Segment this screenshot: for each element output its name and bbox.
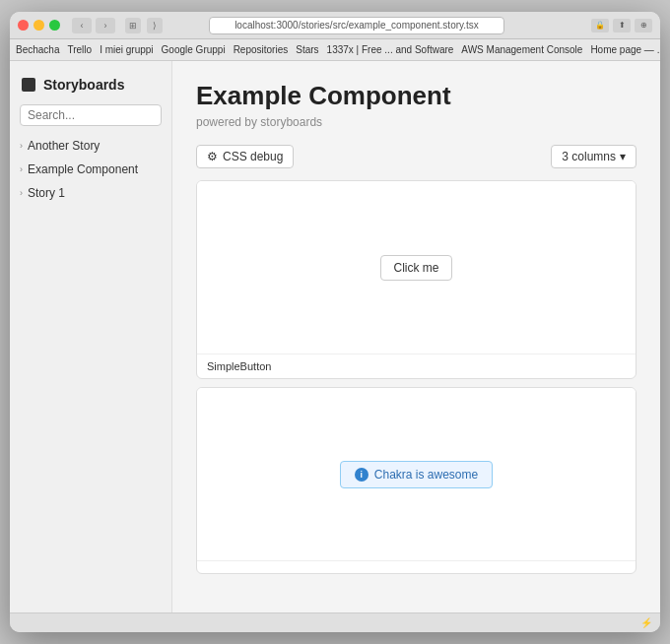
main-content: Example Component powered by storyboards… (172, 61, 660, 612)
bookmarks-bar: Bechacha Trello I miei gruppi Google Gru… (10, 39, 660, 61)
sidebar-item-example-component[interactable]: › Example Component (10, 158, 171, 181)
sidebar-item-label: Story 1 (28, 186, 65, 200)
info-icon: i (355, 468, 368, 482)
title-bar: ‹ › ⊞ ⟩ localhost:3000/stories/src/examp… (10, 12, 660, 39)
toolbar: ⚙ CSS debug 3 columns ▾ (196, 145, 636, 168)
lightning-icon: ⚡ (640, 617, 652, 628)
sidebar-logo (22, 78, 35, 92)
bookmark-gruppi[interactable]: I miei gruppi (100, 44, 153, 55)
sidebar-item-another-story[interactable]: › Another Story (10, 134, 171, 158)
traffic-lights (18, 20, 60, 31)
sidebar-item-story1[interactable]: › Story 1 (10, 181, 171, 205)
minimize-button[interactable] (34, 20, 44, 31)
app-content: Storyboards › Another Story › Example Co… (10, 61, 660, 612)
chevron-icon: › (20, 164, 23, 174)
bookmark-bechacha[interactable]: Bechacha (16, 44, 59, 55)
preview-label-chakra (197, 560, 636, 573)
preview-card-chakra: i Chakra is awesome (196, 387, 636, 574)
chakra-alert-text: Chakra is awesome (374, 468, 478, 482)
click-me-button[interactable]: Click me (380, 255, 451, 281)
gear-icon: ⚙ (207, 150, 218, 163)
css-debug-label: CSS debug (223, 150, 283, 163)
sidebar-item-label: Another Story (28, 139, 100, 153)
close-button[interactable] (18, 20, 29, 31)
chevron-icon: › (20, 141, 23, 151)
grid-icon: ⊞ (125, 18, 141, 33)
browser-window: ‹ › ⊞ ⟩ localhost:3000/stories/src/examp… (10, 12, 660, 632)
settings-icon: ⊕ (635, 19, 652, 32)
back-button[interactable]: ‹ (72, 18, 92, 33)
bookmark-homepage[interactable]: Home page — ...ud Platform (590, 44, 660, 55)
title-bar-icons: 🔒 ⬆ ⊕ (591, 19, 652, 32)
page-title: Example Component (196, 81, 636, 111)
chevron-down-icon: ▾ (620, 150, 626, 163)
bookmark-1337x[interactable]: 1337x | Free ... and Software (327, 44, 454, 55)
sidebar-item-label: Example Component (28, 162, 138, 176)
address-bar[interactable]: localhost:3000/stories/src/example_compo… (209, 17, 504, 34)
search-input[interactable] (20, 104, 162, 126)
preview-card-inner-chakra: i Chakra is awesome (197, 388, 636, 560)
bookmark-google-gruppi[interactable]: Google Gruppi (162, 44, 226, 55)
columns-label: 3 columns (562, 150, 616, 163)
preview-label-simple-button: SimpleButton (197, 354, 636, 378)
css-debug-button[interactable]: ⚙ CSS debug (196, 145, 294, 168)
sidebar: Storyboards › Another Story › Example Co… (10, 61, 172, 612)
sidebar-header: Storyboards (10, 61, 171, 100)
chakra-alert: i Chakra is awesome (340, 461, 493, 488)
sidebar-title: Storyboards (43, 77, 124, 93)
status-bar: ⚡ (10, 612, 660, 632)
shield-icon: 🔒 (591, 19, 609, 32)
forward-button[interactable]: › (96, 18, 115, 33)
bookmark-trello[interactable]: Trello (67, 44, 92, 55)
url-text: localhost:3000/stories/src/example_compo… (234, 20, 479, 31)
columns-dropdown[interactable]: 3 columns ▾ (551, 145, 636, 168)
nav-icon: ⟩ (147, 18, 163, 33)
preview-card-inner: Click me (197, 181, 636, 354)
page-subtitle: powered by storyboards (196, 115, 636, 129)
bookmark-repos[interactable]: Repositories (234, 44, 289, 55)
maximize-button[interactable] (49, 20, 60, 31)
bookmark-stars[interactable]: Stars (296, 44, 318, 55)
preview-card-simple-button: Click me SimpleButton (196, 180, 636, 379)
nav-buttons: ‹ › (72, 18, 115, 33)
share-icon: ⬆ (613, 19, 631, 32)
chevron-icon: › (20, 188, 23, 198)
bookmark-aws[interactable]: AWS Management Console (461, 44, 582, 55)
